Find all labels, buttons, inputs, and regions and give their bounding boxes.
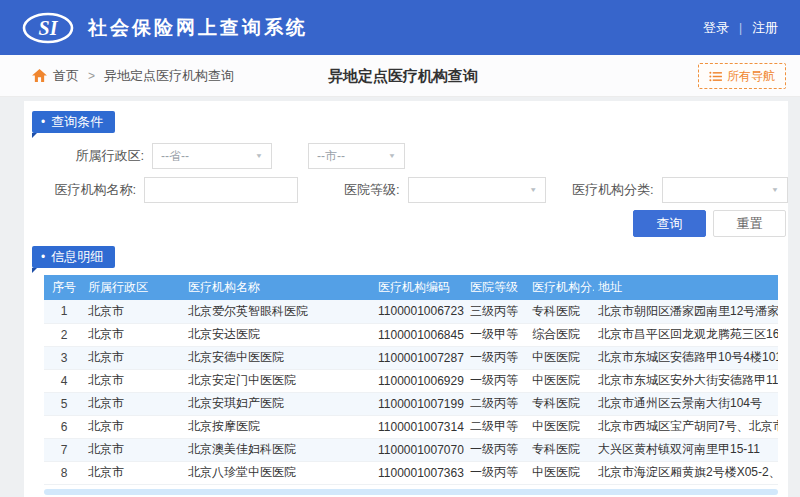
bullet-icon: • <box>41 250 45 264</box>
table-cell: 3 <box>44 346 84 369</box>
table-cell: 二级丙等 <box>466 392 528 415</box>
table-cell: 北京市东城区安外大街安德路甲11号一层... <box>594 369 778 392</box>
table-cell: 北京市 <box>84 392 184 415</box>
level-select[interactable]: ▼ <box>408 177 546 203</box>
table-cell: 8 <box>44 461 84 484</box>
table-cell: 一级丙等 <box>466 369 528 392</box>
table-cell: 北京安定门中医医院 <box>184 369 374 392</box>
table-cell: 北京市 <box>84 346 184 369</box>
table-cell: 综合医院 <box>528 323 594 346</box>
chevron-down-icon: ▼ <box>255 152 263 159</box>
table-cell: 北京市 <box>84 300 184 323</box>
chevron-down-icon: ▼ <box>529 186 537 193</box>
results-table-wrap: 序号所属行政区医疗机构名称医疗机构编码医院等级医疗机构分...地址 1北京市北京… <box>44 275 778 485</box>
table-cell: 中医医院 <box>528 369 594 392</box>
table-cell: 6 <box>44 415 84 438</box>
home-icon <box>32 69 47 82</box>
table-cell: 一级丙等 <box>466 438 528 461</box>
column-header: 所属行政区 <box>84 275 184 300</box>
table-cell: 北京市 <box>84 323 184 346</box>
table-cell: 2 <box>44 323 84 346</box>
table-row[interactable]: 6北京市北京按摩医院1100001007314二级甲等中医医院北京市西城区宝产胡… <box>44 415 778 438</box>
table-cell: 中医医院 <box>528 461 594 484</box>
table-cell: 中医医院 <box>528 346 594 369</box>
table-cell: 北京市 <box>84 461 184 484</box>
breadcrumb-bar: 首页 > 异地定点医疗机构查询 异地定点医疗机构查询 所有导航 <box>0 55 800 97</box>
table-cell: 北京澳美佳妇科医院 <box>184 438 374 461</box>
class-label: 医疗机构分类: <box>572 181 654 199</box>
table-cell: 专科医院 <box>528 300 594 323</box>
table-cell: 1100001007314 <box>374 415 466 438</box>
table-cell: 1100001006845 <box>374 323 466 346</box>
column-header: 医院等级 <box>466 275 528 300</box>
query-section-title: 查询条件 <box>51 113 103 131</box>
reset-button[interactable]: 重置 <box>713 210 786 237</box>
table-cell: 大兴区黄村镇双河南里甲15-11 <box>594 438 778 461</box>
table-body: 1北京市北京爱尔英智眼科医院1100001006723三级丙等专科医院北京市朝阳… <box>44 300 778 484</box>
login-link[interactable]: 登录 <box>703 19 729 37</box>
table-row[interactable]: 8北京市北京八珍堂中医医院1100001007363一级丙等中医医院北京市海淀区… <box>44 461 778 484</box>
content-card: • 查询条件 所属行政区: --省-- ▼ --市-- ▼ 医疗机构名称: 医院… <box>24 101 788 497</box>
app-title: 社会保险网上查询系统 <box>88 15 308 41</box>
bullet-icon: • <box>41 115 45 129</box>
breadcrumb-separator: > <box>88 69 95 83</box>
table-cell: 北京安德中医医院 <box>184 346 374 369</box>
detail-section-title: 信息明细 <box>51 248 103 266</box>
results-table: 序号所属行政区医疗机构名称医疗机构编码医院等级医疗机构分...地址 1北京市北京… <box>44 275 778 485</box>
table-row[interactable]: 1北京市北京爱尔英智眼科医院1100001006723三级丙等专科医院北京市朝阳… <box>44 300 778 323</box>
table-cell: 北京市 <box>84 415 184 438</box>
table-row[interactable]: 2北京市北京安达医院1100001006845一级甲等综合医院北京市昌平区回龙观… <box>44 323 778 346</box>
table-cell: 北京八珍堂中医医院 <box>184 461 374 484</box>
province-select[interactable]: --省-- ▼ <box>152 143 272 169</box>
table-row[interactable]: 7北京市北京澳美佳妇科医院1100001007070一级丙等专科医院大兴区黄村镇… <box>44 438 778 461</box>
table-cell: 1100001006929 <box>374 369 466 392</box>
table-cell: 1100001007070 <box>374 438 466 461</box>
nav-list-icon <box>709 71 722 82</box>
table-cell: 7 <box>44 438 84 461</box>
table-cell: 一级甲等 <box>466 323 528 346</box>
class-select[interactable]: ▼ <box>662 177 788 203</box>
register-link[interactable]: 注册 <box>752 19 778 37</box>
filters-form-row: 医疗机构名称: 医院等级: ▼ 医疗机构分类: ▼ <box>24 177 788 203</box>
table-cell: 北京爱尔英智眼科医院 <box>184 300 374 323</box>
auth-links: 登录 | 注册 <box>703 19 778 37</box>
table-cell: 专科医院 <box>528 438 594 461</box>
city-select-value: --市-- <box>317 148 345 165</box>
table-cell: 一级丙等 <box>466 461 528 484</box>
org-name-input[interactable] <box>144 177 298 203</box>
table-cell: 北京安琪妇产医院 <box>184 392 374 415</box>
search-button[interactable]: 查询 <box>633 210 706 237</box>
table-header-row: 序号所属行政区医疗机构名称医疗机构编码医院等级医疗机构分...地址 <box>44 275 778 300</box>
table-cell: 北京市东城区安德路甲10号4楼101-2 <box>594 346 778 369</box>
all-nav-button[interactable]: 所有导航 <box>698 63 786 89</box>
table-cell: 二级甲等 <box>466 415 528 438</box>
table-cell: 北京市通州区云景南大街104号 <box>594 392 778 415</box>
content-area: • 查询条件 所属行政区: --省-- ▼ --市-- ▼ 医疗机构名称: 医院… <box>0 97 800 497</box>
table-cell: 北京市 <box>84 369 184 392</box>
chevron-down-icon: ▼ <box>388 152 396 159</box>
table-cell: 1 <box>44 300 84 323</box>
table-cell: 一级丙等 <box>466 346 528 369</box>
column-header: 序号 <box>44 275 84 300</box>
table-cell: 北京市朝阳区潘家园南里12号潘家园大厦 <box>594 300 778 323</box>
table-row[interactable]: 3北京市北京安德中医医院1100001007287一级丙等中医医院北京市东城区安… <box>44 346 778 369</box>
table-cell: 1100001006723 <box>374 300 466 323</box>
table-cell: 1100001007199 <box>374 392 466 415</box>
breadcrumb-home[interactable]: 首页 <box>53 67 79 85</box>
table-row[interactable]: 4北京市北京安定门中医医院1100001006929一级丙等中医医院北京市东城区… <box>44 369 778 392</box>
table-cell: 1100001007363 <box>374 461 466 484</box>
column-header: 医疗机构编码 <box>374 275 466 300</box>
table-cell: 专科医院 <box>528 392 594 415</box>
table-row[interactable]: 5北京市北京安琪妇产医院1100001007199二级丙等专科医院北京市通州区云… <box>44 392 778 415</box>
query-button-row: 查询 重置 <box>24 210 788 237</box>
level-label: 医院等级: <box>344 181 400 199</box>
app-logo-icon: SI <box>22 12 74 44</box>
chevron-down-icon: ▼ <box>771 186 779 193</box>
table-cell: 北京市西城区宝产胡同7号、北京市西城... <box>594 415 778 438</box>
column-header: 医疗机构分... <box>528 275 594 300</box>
horizontal-scrollbar[interactable] <box>44 489 778 495</box>
table-cell: 北京按摩医院 <box>184 415 374 438</box>
table-cell: 三级丙等 <box>466 300 528 323</box>
city-select[interactable]: --市-- ▼ <box>308 143 405 169</box>
page-title: 异地定点医疗机构查询 <box>328 66 478 85</box>
